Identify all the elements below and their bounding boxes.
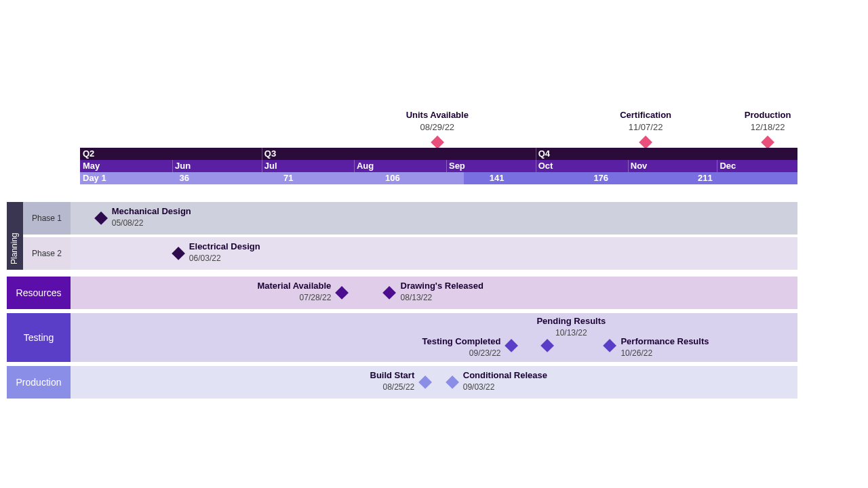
quarter-label: Q3 — [264, 148, 276, 160]
top-milestone-diamond — [431, 136, 444, 149]
month-divider — [354, 160, 355, 172]
month-label: May — [83, 160, 100, 172]
top-milestone-date: 11/07/22 — [591, 122, 700, 132]
testing-pending-title: Pending Results — [524, 316, 618, 326]
production-milestone-title: Conditional Release — [463, 370, 547, 380]
phase-label: Phase 2 — [23, 237, 71, 270]
top-milestone-label: Certification — [591, 110, 700, 120]
top-milestone-diamond — [761, 136, 774, 149]
day-tick-label: 176 — [587, 172, 614, 184]
testing-milestone-date: 10/26/22 — [620, 348, 652, 358]
production-milestone-date: 09/03/22 — [463, 382, 495, 392]
phase-label: Phase 1 — [23, 202, 71, 235]
top-milestone-diamond — [639, 136, 652, 149]
quarter-band — [80, 148, 797, 160]
month-divider — [172, 160, 173, 172]
quarter-label: Q2 — [83, 148, 94, 160]
month-label: Jul — [264, 160, 277, 172]
planning-milestone-title: Mechanical Design — [112, 206, 191, 216]
top-milestone-date: 08/29/22 — [383, 122, 492, 132]
testing-label: Testing — [7, 313, 71, 362]
month-divider — [262, 160, 262, 172]
testing-milestone-title: Testing Completed — [376, 336, 501, 346]
resources-label: Resources — [7, 277, 71, 309]
quarter-divider — [262, 148, 262, 160]
top-milestone-label: Units Available — [383, 110, 492, 120]
resources-milestone-title: Material Available — [206, 281, 331, 291]
day-tick-label: 141 — [484, 172, 511, 184]
resources-milestone-date: 07/28/22 — [206, 293, 331, 302]
quarter-divider — [536, 148, 536, 160]
month-label: Nov — [631, 160, 648, 172]
month-label: Oct — [538, 160, 553, 172]
top-milestone-date: 12/18/22 — [713, 122, 822, 132]
resources-milestone-date: 08/13/22 — [401, 293, 433, 302]
month-label: Jun — [175, 160, 191, 172]
production-row-bg — [71, 366, 797, 399]
top-milestone-label: Production — [713, 110, 822, 120]
testing-milestone-title: Performance Results — [620, 336, 709, 346]
month-divider — [446, 160, 447, 172]
planning-milestone-date: 05/08/22 — [112, 218, 144, 228]
month-label: Aug — [357, 160, 374, 172]
month-divider — [717, 160, 717, 172]
production-milestone-date: 08/25/22 — [303, 382, 414, 392]
planning-vertical-label: Planning — [9, 207, 19, 264]
testing-pending-date: 10/13/22 — [524, 328, 618, 338]
day-progress — [80, 172, 464, 184]
quarter-label: Q4 — [538, 148, 550, 160]
day-tick-label: 211 — [692, 172, 719, 184]
production-label: Production — [7, 366, 71, 399]
month-label: Sep — [449, 160, 465, 172]
month-divider — [628, 160, 629, 172]
timeline-diagram: Units Available08/29/22Certification11/0… — [0, 0, 868, 488]
month-divider — [536, 160, 536, 172]
testing-milestone-date: 09/23/22 — [376, 348, 501, 358]
planning-milestone-title: Electrical Design — [189, 241, 260, 251]
planning-milestone-date: 06/03/22 — [189, 253, 221, 263]
resources-milestone-title: Drawing's Released — [401, 281, 484, 291]
production-milestone-title: Build Start — [303, 370, 414, 380]
month-label: Dec — [719, 160, 736, 172]
